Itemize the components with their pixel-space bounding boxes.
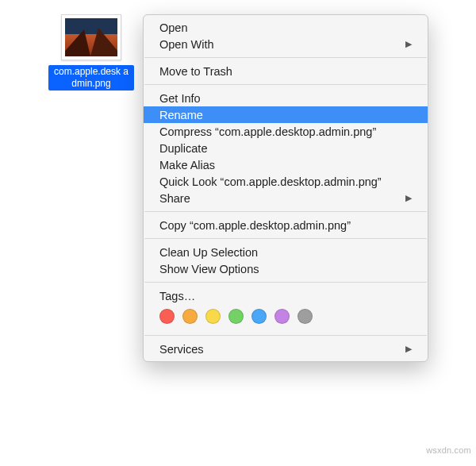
menu-rename[interactable]: Rename: [144, 106, 428, 123]
tag-color-6[interactable]: [298, 309, 313, 324]
menu-clean-up-label: Clean Up Selection: [159, 246, 258, 259]
menu-separator: [144, 84, 427, 85]
menu-view-options[interactable]: Show View Options: [144, 260, 428, 277]
menu-quick-look[interactable]: Quick Look “com.apple.desktop.admin.png”: [144, 173, 428, 190]
menu-compress-label: Compress “com.apple.desktop.admin.png”: [159, 125, 376, 138]
menu-open-with[interactable]: Open With ▶: [144, 36, 428, 52]
file-thumbnail: [65, 18, 117, 56]
file-name-label[interactable]: com.apple.desk admin.png: [48, 65, 134, 91]
tag-color-4[interactable]: [251, 309, 267, 324]
submenu-arrow-icon: ▶: [405, 344, 412, 354]
menu-open-with-label: Open With: [159, 38, 214, 51]
menu-separator: [144, 57, 427, 58]
menu-tags[interactable]: Tags…: [144, 287, 428, 304]
menu-rename-label: Rename: [159, 109, 203, 121]
menu-open[interactable]: Open: [144, 19, 428, 36]
menu-share-label: Share: [159, 192, 190, 205]
context-menu: Open Open With ▶ Move to Trash Get Info …: [143, 14, 428, 362]
menu-make-alias-label: Make Alias: [159, 159, 215, 171]
menu-tags-label: Tags…: [159, 290, 195, 302]
menu-separator: [144, 238, 427, 239]
menu-copy-label: Copy “com.apple.desktop.admin.png”: [159, 219, 351, 232]
menu-move-to-trash[interactable]: Move to Trash: [144, 63, 428, 79]
menu-separator: [144, 335, 427, 336]
menu-duplicate-label: Duplicate: [159, 142, 207, 155]
menu-view-options-label: Show View Options: [159, 263, 259, 275]
tag-color-0[interactable]: [159, 309, 175, 324]
file-item[interactable]: com.apple.desk admin.png: [48, 14, 135, 91]
menu-get-info-label: Get Info: [159, 92, 201, 105]
menu-open-label: Open: [159, 21, 187, 34]
menu-copy[interactable]: Copy “com.apple.desktop.admin.png”: [144, 217, 428, 233]
menu-get-info[interactable]: Get Info: [144, 90, 428, 106]
menu-move-to-trash-label: Move to Trash: [159, 65, 232, 78]
tag-color-3[interactable]: [228, 309, 244, 324]
tag-color-5[interactable]: [274, 309, 290, 324]
menu-compress[interactable]: Compress “com.apple.desktop.admin.png”: [144, 123, 428, 140]
tag-color-2[interactable]: [205, 309, 221, 324]
submenu-arrow-icon: ▶: [405, 193, 412, 203]
menu-separator: [144, 211, 427, 212]
menu-quick-look-label: Quick Look “com.apple.desktop.admin.png”: [159, 175, 382, 188]
menu-duplicate[interactable]: Duplicate: [144, 140, 428, 156]
menu-clean-up[interactable]: Clean Up Selection: [144, 244, 428, 260]
menu-make-alias[interactable]: Make Alias: [144, 156, 428, 173]
menu-services-label: Services: [159, 343, 204, 356]
submenu-arrow-icon: ▶: [405, 39, 412, 49]
menu-separator: [144, 282, 427, 283]
tag-color-1[interactable]: [182, 309, 198, 324]
watermark: wsxdn.com: [426, 445, 471, 455]
file-thumbnail-frame: [61, 14, 121, 60]
menu-share[interactable]: Share ▶: [144, 190, 428, 206]
menu-services[interactable]: Services ▶: [144, 341, 428, 357]
tags-row: [144, 304, 428, 330]
